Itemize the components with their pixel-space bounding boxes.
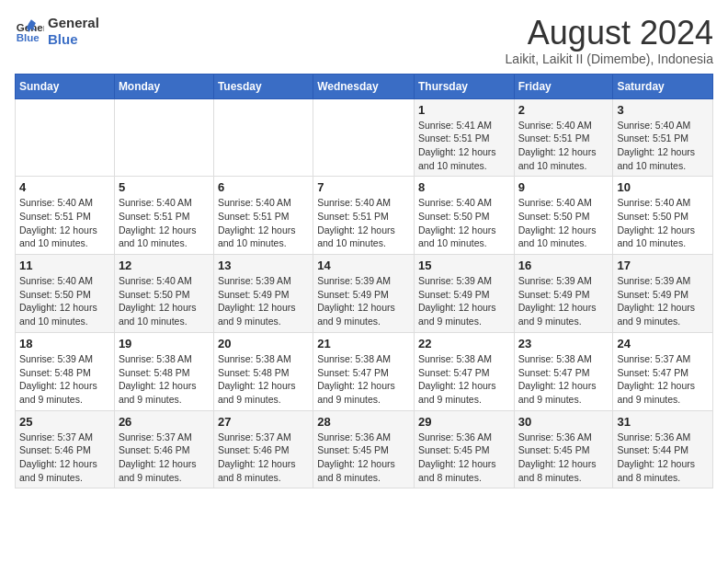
calendar-cell (16, 98, 115, 177)
calendar-cell: 18Sunrise: 5:39 AM Sunset: 5:48 PM Dayli… (16, 332, 115, 410)
day-info: Sunrise: 5:40 AM Sunset: 5:51 PM Dayligh… (119, 196, 210, 250)
day-info: Sunrise: 5:40 AM Sunset: 5:50 PM Dayligh… (518, 196, 609, 250)
calendar-cell: 30Sunrise: 5:36 AM Sunset: 5:45 PM Dayli… (514, 410, 613, 488)
calendar-body: 1Sunrise: 5:41 AM Sunset: 5:51 PM Daylig… (16, 98, 713, 488)
calendar-cell: 20Sunrise: 5:38 AM Sunset: 5:48 PM Dayli… (213, 332, 313, 410)
day-number: 30 (518, 415, 609, 429)
day-number: 17 (617, 259, 709, 272)
day-info: Sunrise: 5:41 AM Sunset: 5:51 PM Dayligh… (418, 119, 510, 173)
calendar-cell: 26Sunrise: 5:37 AM Sunset: 5:46 PM Dayli… (114, 410, 213, 488)
day-info: Sunrise: 5:37 AM Sunset: 5:46 PM Dayligh… (19, 431, 110, 485)
location-title: Laikit, Laikit II (Dimembe), Indonesia (506, 52, 713, 66)
calendar-week-3: 11Sunrise: 5:40 AM Sunset: 5:50 PM Dayli… (16, 255, 713, 333)
calendar-cell (114, 98, 213, 177)
calendar-cell: 7Sunrise: 5:40 AM Sunset: 5:51 PM Daylig… (313, 177, 415, 255)
logo-icon: General Blue (15, 17, 44, 46)
calendar-cell: 22Sunrise: 5:38 AM Sunset: 5:47 PM Dayli… (414, 332, 514, 410)
day-info: Sunrise: 5:38 AM Sunset: 5:47 PM Dayligh… (418, 352, 510, 407)
day-number: 31 (617, 415, 709, 429)
calendar-week-5: 25Sunrise: 5:37 AM Sunset: 5:46 PM Dayli… (16, 410, 713, 488)
calendar-cell: 21Sunrise: 5:38 AM Sunset: 5:47 PM Dayli… (313, 332, 415, 410)
logo-line1: General (48, 15, 99, 31)
calendar-cell: 4Sunrise: 5:40 AM Sunset: 5:51 PM Daylig… (16, 177, 115, 255)
calendar-cell: 27Sunrise: 5:37 AM Sunset: 5:46 PM Dayli… (213, 410, 313, 488)
day-number: 13 (218, 259, 309, 272)
calendar-cell: 10Sunrise: 5:40 AM Sunset: 5:50 PM Dayli… (613, 177, 713, 255)
calendar-cell: 2Sunrise: 5:40 AM Sunset: 5:51 PM Daylig… (514, 98, 613, 177)
day-number: 5 (119, 180, 210, 194)
weekday-header-thursday: Thursday (414, 74, 514, 98)
day-number: 24 (617, 337, 709, 350)
day-info: Sunrise: 5:36 AM Sunset: 5:45 PM Dayligh… (518, 431, 609, 485)
calendar-cell: 3Sunrise: 5:40 AM Sunset: 5:51 PM Daylig… (613, 98, 713, 177)
month-title: August 2024 (506, 15, 713, 52)
day-info: Sunrise: 5:40 AM Sunset: 5:50 PM Dayligh… (617, 196, 709, 250)
day-number: 23 (518, 337, 609, 350)
calendar-cell: 28Sunrise: 5:36 AM Sunset: 5:45 PM Dayli… (313, 410, 415, 488)
day-info: Sunrise: 5:39 AM Sunset: 5:48 PM Dayligh… (19, 352, 110, 407)
day-info: Sunrise: 5:38 AM Sunset: 5:48 PM Dayligh… (119, 352, 210, 407)
day-number: 20 (218, 337, 309, 350)
day-number: 3 (617, 103, 709, 117)
day-info: Sunrise: 5:37 AM Sunset: 5:47 PM Dayligh… (617, 352, 709, 407)
day-info: Sunrise: 5:38 AM Sunset: 5:47 PM Dayligh… (518, 352, 609, 407)
day-info: Sunrise: 5:40 AM Sunset: 5:50 PM Dayligh… (19, 274, 110, 328)
calendar-header: SundayMondayTuesdayWednesdayThursdayFrid… (16, 74, 713, 98)
calendar-table: SundayMondayTuesdayWednesdayThursdayFrid… (15, 74, 713, 489)
day-info: Sunrise: 5:37 AM Sunset: 5:46 PM Dayligh… (119, 431, 210, 485)
calendar-cell: 13Sunrise: 5:39 AM Sunset: 5:49 PM Dayli… (213, 255, 313, 333)
day-info: Sunrise: 5:38 AM Sunset: 5:48 PM Dayligh… (218, 352, 309, 407)
calendar-week-2: 4Sunrise: 5:40 AM Sunset: 5:51 PM Daylig… (16, 177, 713, 255)
day-info: Sunrise: 5:38 AM Sunset: 5:47 PM Dayligh… (317, 352, 410, 407)
calendar-cell (313, 98, 415, 177)
calendar-cell: 1Sunrise: 5:41 AM Sunset: 5:51 PM Daylig… (414, 98, 514, 177)
weekday-header-friday: Friday (514, 74, 613, 98)
day-info: Sunrise: 5:40 AM Sunset: 5:51 PM Dayligh… (218, 196, 309, 250)
day-info: Sunrise: 5:40 AM Sunset: 5:51 PM Dayligh… (19, 196, 110, 250)
calendar-cell: 6Sunrise: 5:40 AM Sunset: 5:51 PM Daylig… (213, 177, 313, 255)
calendar-week-4: 18Sunrise: 5:39 AM Sunset: 5:48 PM Dayli… (16, 332, 713, 410)
day-info: Sunrise: 5:36 AM Sunset: 5:45 PM Dayligh… (317, 431, 410, 485)
day-number: 19 (119, 337, 210, 350)
day-number: 9 (518, 180, 609, 194)
calendar-cell: 12Sunrise: 5:40 AM Sunset: 5:50 PM Dayli… (114, 255, 213, 333)
day-number: 1 (418, 103, 510, 117)
day-info: Sunrise: 5:36 AM Sunset: 5:44 PM Dayligh… (617, 431, 709, 485)
day-number: 25 (19, 415, 110, 429)
day-info: Sunrise: 5:40 AM Sunset: 5:51 PM Dayligh… (317, 196, 410, 250)
day-number: 28 (317, 415, 410, 429)
calendar-cell: 19Sunrise: 5:38 AM Sunset: 5:48 PM Dayli… (114, 332, 213, 410)
day-number: 14 (317, 259, 410, 272)
day-number: 2 (518, 103, 609, 117)
day-number: 26 (119, 415, 210, 429)
svg-text:Blue: Blue (17, 32, 40, 43)
calendar-cell: 31Sunrise: 5:36 AM Sunset: 5:44 PM Dayli… (613, 410, 713, 488)
calendar-cell: 25Sunrise: 5:37 AM Sunset: 5:46 PM Dayli… (16, 410, 115, 488)
day-number: 6 (218, 180, 309, 194)
calendar-cell (213, 98, 313, 177)
day-number: 15 (418, 259, 510, 272)
day-number: 29 (418, 415, 510, 429)
day-info: Sunrise: 5:36 AM Sunset: 5:45 PM Dayligh… (418, 431, 510, 485)
day-number: 22 (418, 337, 510, 350)
calendar-cell: 8Sunrise: 5:40 AM Sunset: 5:50 PM Daylig… (414, 177, 514, 255)
day-number: 7 (317, 180, 410, 194)
calendar-cell: 17Sunrise: 5:39 AM Sunset: 5:49 PM Dayli… (613, 255, 713, 333)
weekday-header-wednesday: Wednesday (313, 74, 415, 98)
logo-line2: Blue (48, 31, 99, 48)
calendar-week-1: 1Sunrise: 5:41 AM Sunset: 5:51 PM Daylig… (16, 98, 713, 177)
logo: General Blue General Blue (15, 15, 99, 48)
day-number: 16 (518, 259, 609, 272)
day-number: 8 (418, 180, 510, 194)
day-info: Sunrise: 5:40 AM Sunset: 5:51 PM Dayligh… (617, 119, 709, 173)
calendar-cell: 16Sunrise: 5:39 AM Sunset: 5:49 PM Dayli… (514, 255, 613, 333)
weekday-header-tuesday: Tuesday (213, 74, 313, 98)
day-number: 12 (119, 259, 210, 272)
day-info: Sunrise: 5:39 AM Sunset: 5:49 PM Dayligh… (317, 274, 410, 328)
day-info: Sunrise: 5:39 AM Sunset: 5:49 PM Dayligh… (218, 274, 309, 328)
day-info: Sunrise: 5:39 AM Sunset: 5:49 PM Dayligh… (617, 274, 709, 328)
weekday-header-monday: Monday (114, 74, 213, 98)
day-number: 11 (19, 259, 110, 272)
day-number: 10 (617, 180, 709, 194)
day-number: 21 (317, 337, 410, 350)
